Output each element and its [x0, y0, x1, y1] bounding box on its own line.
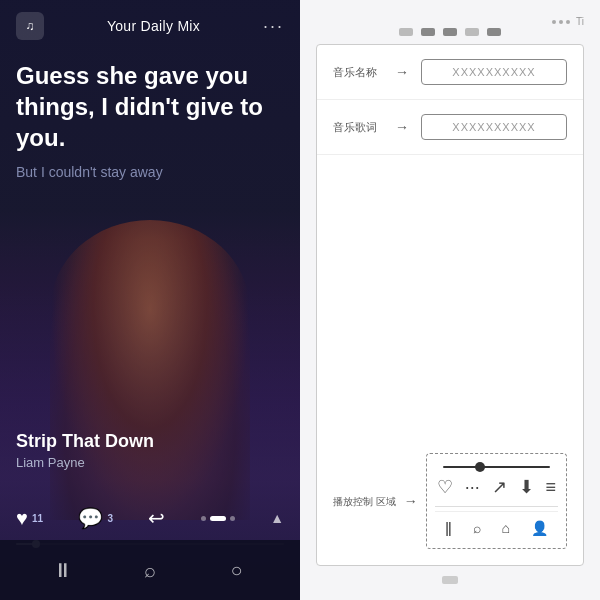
wf-dot-5 [487, 28, 501, 36]
profile-icon: ○ [231, 559, 243, 582]
wf-dot-4 [465, 28, 479, 36]
share-icon: ↩ [148, 506, 165, 530]
music-lyrics-label: 音乐歌词 [333, 120, 383, 135]
wireframe-nav-dots [316, 16, 584, 44]
dot-3 [230, 516, 235, 521]
playback-controls-wrapper: 播放控制 区域 → ♡ ··· ↗ ⬇ ≡ [317, 449, 583, 553]
more-options-icon[interactable]: ··· [263, 16, 284, 37]
more-icon[interactable]: ··· [465, 477, 480, 498]
comment-count: 3 [107, 513, 113, 524]
share-button[interactable]: ↩ [148, 506, 165, 530]
bottom-padding [317, 553, 583, 565]
play-pause-button[interactable]: ⏸ [45, 552, 81, 588]
music-name-label: 音乐名称 [333, 65, 383, 80]
download-icon[interactable]: ⬇ [519, 476, 534, 498]
comment-icon: 💬 [78, 506, 103, 530]
dot-1 [201, 516, 206, 521]
wf-bottom-nav: ǁ ⌕ ⌂ 👤 [435, 511, 558, 540]
music-player-panel: ♫ Your Daily Mix ··· Guess she gave you … [0, 0, 300, 600]
song-title: Strip That Down [16, 431, 154, 452]
bottom-nav: ⏸ ⌕ ○ [0, 540, 300, 600]
lyrics-sub-text: But I couldn't stay away [16, 164, 284, 180]
playback-label: 播放控制 区域 [333, 494, 396, 509]
song-artist: Liam Payne [16, 455, 154, 470]
divider [435, 506, 558, 507]
playlist-icon[interactable]: ≡ [546, 477, 557, 498]
music-lyrics-row: 音乐歌词 → XXXXXXXXXX [317, 100, 583, 155]
search-nav-button[interactable]: ⌕ [132, 552, 168, 588]
wf-sm-dot-2 [559, 20, 563, 24]
page-dots [201, 516, 235, 521]
playlist-title: Your Daily Mix [107, 18, 200, 34]
wireframe-panel: Ti 音乐名称 → XXXXXXXXXX 音乐歌词 → XXXXXXXXXX 播… [300, 0, 600, 600]
wireframe-main-box: 音乐名称 → XXXXXXXXXX 音乐歌词 → XXXXXXXXXX 播放控制… [316, 44, 584, 566]
wf-sm-dot-1 [552, 20, 556, 24]
arrow-icon-2: → [395, 119, 409, 135]
search-icon: ⌕ [144, 559, 156, 582]
playback-progress [435, 462, 558, 472]
app-icon[interactable]: ♫ [16, 12, 44, 40]
arrow-icon-3: → [404, 493, 418, 509]
wf-bars-icon[interactable]: ǁ [445, 520, 452, 536]
top-right-label: Ti [576, 16, 584, 27]
wf-dot-1 [399, 28, 413, 36]
chevron-up-icon[interactable]: ▲ [270, 510, 284, 526]
wf-home-icon[interactable]: ⌂ [502, 520, 510, 536]
share-wf-icon[interactable]: ↗ [492, 476, 507, 498]
wf-dot-3 [443, 28, 457, 36]
progress-thumb [475, 462, 485, 472]
controls-row: ♥ 11 💬 3 ↩ ▲ [16, 506, 284, 530]
like-icon[interactable]: ♡ [437, 476, 453, 498]
progress-line[interactable] [443, 466, 550, 468]
music-name-row: 音乐名称 → XXXXXXXXXX [317, 45, 583, 100]
pause-icon: ⏸ [53, 559, 73, 582]
playback-controls-box: ♡ ··· ↗ ⬇ ≡ ǁ ⌕ ⌂ 👤 [426, 453, 567, 549]
top-bar: ♫ Your Daily Mix ··· [0, 0, 300, 52]
wf-dot-2 [421, 28, 435, 36]
lyrics-main-text: Guess she gave you things, I didn't give… [16, 60, 284, 154]
bottom-indicator [316, 566, 584, 584]
lyrics-section: Guess she gave you things, I didn't give… [16, 60, 284, 180]
arrow-icon-1: → [395, 64, 409, 80]
comment-button[interactable]: 💬 3 [78, 506, 113, 530]
song-info: Strip That Down Liam Payne [16, 431, 154, 470]
dot-2-active [210, 516, 226, 521]
music-lyrics-input[interactable]: XXXXXXXXXX [421, 114, 567, 140]
music-name-input[interactable]: XXXXXXXXXX [421, 59, 567, 85]
wf-search-icon[interactable]: ⌕ [473, 520, 481, 536]
control-icons-row: ♡ ··· ↗ ⬇ ≡ [435, 472, 558, 502]
wf-sm-dot-3 [566, 20, 570, 24]
spacer [317, 155, 583, 449]
heart-icon: ♥ [16, 507, 28, 530]
like-count: 11 [32, 513, 43, 524]
wireframe-top-right: Ti [552, 16, 584, 27]
page-indicator-dot [442, 576, 458, 584]
like-button[interactable]: ♥ 11 [16, 507, 43, 530]
profile-nav-button[interactable]: ○ [219, 552, 255, 588]
wf-profile-icon[interactable]: 👤 [531, 520, 548, 536]
